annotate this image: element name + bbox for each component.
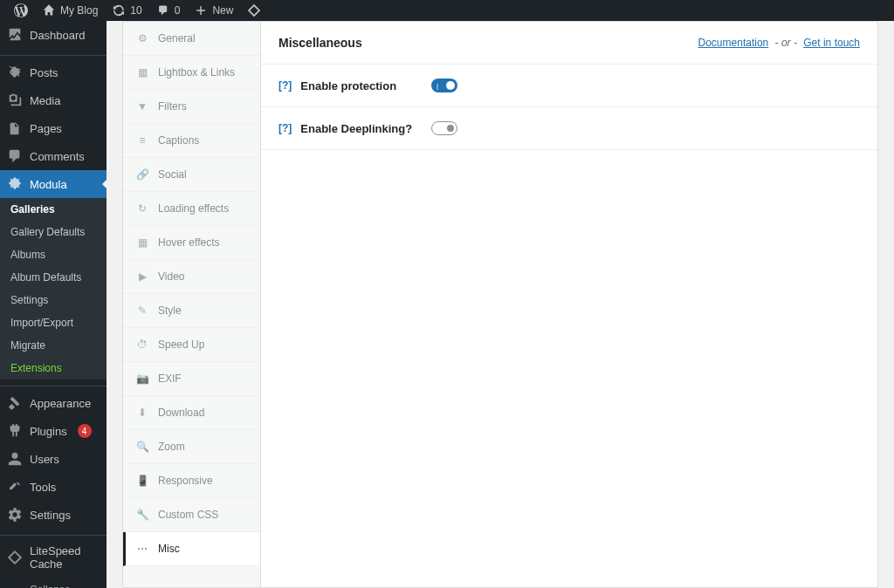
toggle-deeplinking[interactable] [431, 121, 457, 135]
comments-icon [156, 3, 170, 17]
settings-tabs: ⚙General ▦Lightbox & Links ▼Filters ≡Cap… [123, 22, 261, 587]
wrench-icon: 🔧 [135, 508, 149, 522]
tab-responsive[interactable]: 📱Responsive [123, 464, 260, 498]
help-icon[interactable]: [?] [279, 79, 292, 92]
download-icon: ⬇ [135, 406, 149, 420]
tab-loading[interactable]: ↻Loading effects [123, 192, 260, 226]
separator [0, 51, 107, 56]
updates-count: 10 [130, 4, 141, 17]
submenu-import-export[interactable]: Import/Export [0, 311, 107, 334]
or-text: - or - [775, 37, 797, 49]
zoom-icon: 🔍 [135, 440, 149, 454]
setting-protection-label: Enable protection [300, 79, 396, 92]
litespeed-icon [247, 3, 261, 17]
posts-icon [7, 65, 23, 80]
link-icon: 🔗 [135, 168, 149, 181]
submenu-galleries[interactable]: Galleries [0, 198, 107, 221]
menu-litespeed[interactable]: LiteSpeed Cache [0, 538, 107, 577]
admin-sidebar: Dashboard Posts Media Pages Comments Mod… [0, 21, 107, 588]
submenu-gallery-defaults[interactable]: Gallery Defaults [0, 221, 107, 243]
tab-captions[interactable]: ≡Captions [123, 124, 260, 158]
new-label: New [212, 4, 233, 17]
settings-panel: ⚙General ▦Lightbox & Links ▼Filters ≡Cap… [122, 21, 878, 588]
tab-misc[interactable]: ⋯Misc [123, 532, 260, 566]
separator [0, 531, 107, 536]
filter-icon: ▼ [135, 99, 149, 113]
panel-header: Miscellaneous Documentation - or - Get i… [261, 22, 877, 65]
separator [0, 382, 107, 386]
new-link[interactable]: New [187, 3, 240, 17]
documentation-link[interactable]: Documentation [698, 37, 769, 49]
tab-hover[interactable]: ▦Hover effects [123, 226, 260, 260]
help-icon[interactable]: [?] [279, 122, 292, 134]
tab-general[interactable]: ⚙General [123, 22, 260, 56]
submenu-migrate[interactable]: Migrate [0, 334, 107, 357]
pages-icon [7, 120, 23, 136]
wp-logo[interactable] [7, 3, 35, 17]
home-icon [42, 3, 56, 17]
submenu-albums[interactable]: Albums [0, 243, 107, 266]
settings-content: Miscellaneous Documentation - or - Get i… [261, 22, 877, 587]
gauge-icon: ⏱ [135, 338, 149, 352]
users-icon [7, 451, 23, 467]
tab-exif[interactable]: 📷EXIF [123, 362, 260, 396]
tab-lightbox[interactable]: ▦Lightbox & Links [123, 56, 260, 90]
tab-style[interactable]: ✎Style [123, 294, 260, 328]
admin-bar: My Blog 10 0 New [0, 0, 894, 21]
menu-appearance[interactable]: Appearance [0, 389, 107, 417]
contact-link[interactable]: Get in touch [803, 37, 860, 49]
submenu-settings[interactable]: Settings [0, 289, 107, 311]
device-icon: 📱 [135, 474, 149, 488]
tab-speedup[interactable]: ⏱Speed Up [123, 328, 260, 362]
comments-link[interactable]: 0 [149, 3, 188, 17]
setting-deeplinking: [?] Enable Deeplinking? [261, 107, 877, 150]
toggle-knob [447, 125, 454, 132]
misc-icon: ⋯ [135, 542, 149, 556]
settings-icon [7, 507, 23, 523]
toggle-protection[interactable] [431, 79, 457, 92]
tab-filters[interactable]: ▼Filters [123, 90, 260, 124]
grid-icon: ▦ [135, 65, 149, 79]
menu-users[interactable]: Users [0, 445, 107, 473]
tools-icon [7, 479, 23, 495]
plus-icon [194, 3, 208, 17]
menu-settings[interactable]: Settings [0, 501, 107, 529]
setting-protection: [?] Enable protection [261, 65, 877, 107]
menu-tools[interactable]: Tools [0, 473, 107, 501]
submenu-extensions[interactable]: Extensions [0, 357, 107, 379]
plugins-icon [7, 423, 23, 439]
menu-dashboard[interactable]: Dashboard [0, 21, 107, 49]
site-link[interactable]: My Blog [35, 3, 105, 17]
tab-video[interactable]: ▶Video [123, 260, 260, 294]
updates-link[interactable]: 10 [105, 3, 148, 17]
tab-zoom[interactable]: 🔍Zoom [123, 430, 260, 464]
menu-modula[interactable]: Modula [0, 170, 107, 198]
submenu-album-defaults[interactable]: Album Defaults [0, 266, 107, 289]
media-icon [7, 92, 23, 108]
tab-social[interactable]: 🔗Social [123, 158, 260, 192]
menu-comments[interactable]: Comments [0, 142, 107, 170]
collapse-menu[interactable]: Collapse menu [0, 577, 107, 588]
litespeed-menu-icon [7, 550, 23, 565]
menu-media[interactable]: Media [0, 86, 107, 114]
tab-customcss[interactable]: 🔧Custom CSS [123, 498, 260, 532]
update-icon [112, 3, 126, 17]
hover-icon: ▦ [135, 236, 149, 250]
menu-pages[interactable]: Pages [0, 114, 107, 142]
dashboard-icon [7, 27, 23, 43]
wordpress-icon [14, 3, 28, 17]
site-name: My Blog [60, 4, 98, 17]
refresh-icon: ↻ [135, 202, 149, 215]
brush-icon: ✎ [135, 304, 149, 318]
tab-download[interactable]: ⬇Download [123, 396, 260, 430]
menu-plugins[interactable]: Plugins 4 [0, 417, 107, 445]
toggle-knob [446, 81, 455, 90]
video-icon: ▶ [135, 270, 149, 284]
camera-icon: 📷 [135, 372, 149, 386]
captions-icon: ≡ [135, 133, 149, 147]
modula-submenu: Galleries Gallery Defaults Albums Album … [0, 198, 107, 379]
content-area: ⚙General ▦Lightbox & Links ▼Filters ≡Cap… [107, 21, 894, 588]
litespeed-toolbar[interactable] [240, 3, 268, 17]
appearance-icon [7, 395, 23, 411]
menu-posts[interactable]: Posts [0, 58, 107, 86]
